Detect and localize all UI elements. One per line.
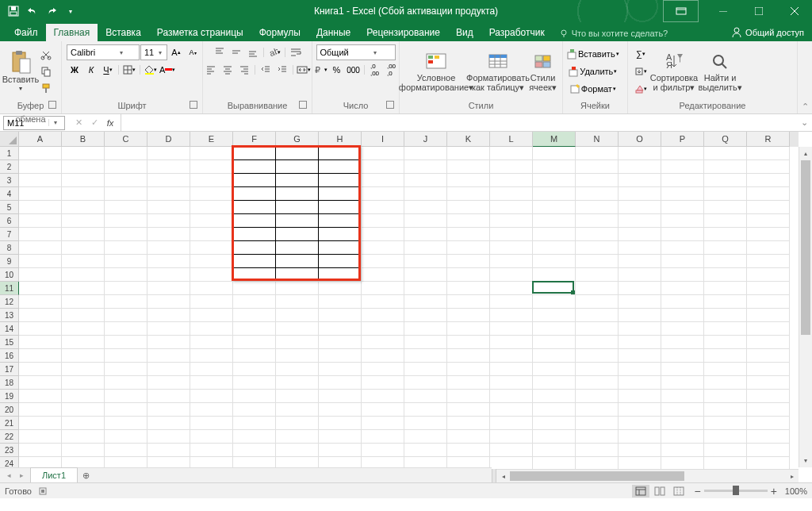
cell[interactable] bbox=[62, 376, 105, 390]
cell[interactable] bbox=[190, 430, 233, 444]
cell[interactable] bbox=[62, 403, 105, 417]
italic-icon[interactable]: К bbox=[83, 62, 99, 78]
cell[interactable] bbox=[576, 187, 619, 201]
cell[interactable] bbox=[62, 430, 105, 444]
cell[interactable] bbox=[276, 363, 319, 376]
row-header[interactable]: 20 bbox=[0, 403, 19, 417]
cell[interactable] bbox=[19, 201, 62, 214]
cell[interactable] bbox=[319, 417, 362, 430]
cell[interactable] bbox=[62, 174, 105, 187]
cell-styles-button[interactable]: Стилиячеек▾ bbox=[527, 49, 559, 94]
align-top-icon[interactable] bbox=[212, 44, 228, 60]
cell[interactable] bbox=[490, 160, 533, 174]
cell[interactable] bbox=[661, 228, 704, 241]
alignment-launcher[interactable] bbox=[299, 101, 307, 109]
cell[interactable] bbox=[19, 282, 62, 295]
cell[interactable] bbox=[19, 268, 62, 282]
cell[interactable] bbox=[576, 282, 619, 295]
cell[interactable] bbox=[233, 282, 276, 295]
cell[interactable] bbox=[404, 376, 447, 390]
cell[interactable] bbox=[276, 160, 319, 174]
cell[interactable] bbox=[276, 430, 319, 444]
cell[interactable] bbox=[619, 430, 661, 444]
cell[interactable] bbox=[19, 322, 62, 336]
cell[interactable] bbox=[704, 417, 747, 430]
cell[interactable] bbox=[362, 430, 404, 444]
cell[interactable] bbox=[533, 444, 576, 457]
cell[interactable] bbox=[233, 228, 276, 241]
cell[interactable] bbox=[447, 309, 490, 322]
cell[interactable] bbox=[147, 268, 190, 282]
cell[interactable] bbox=[576, 363, 619, 376]
column-header[interactable]: O bbox=[619, 132, 661, 147]
cell[interactable] bbox=[490, 444, 533, 457]
cell[interactable] bbox=[404, 444, 447, 457]
column-header[interactable]: B bbox=[62, 132, 105, 147]
scroll-up-icon[interactable]: ▴ bbox=[799, 147, 812, 160]
paste-button[interactable]: Вставить▾ bbox=[3, 48, 38, 95]
cell[interactable] bbox=[105, 417, 147, 430]
cell[interactable] bbox=[404, 241, 447, 255]
underline-icon[interactable]: Ч▾ bbox=[100, 62, 116, 78]
cell[interactable] bbox=[147, 147, 190, 160]
decrease-decimal-icon[interactable]: ,00,0 bbox=[384, 62, 400, 78]
cell[interactable] bbox=[404, 201, 447, 214]
row-header[interactable]: 1 bbox=[0, 147, 19, 160]
percent-icon[interactable]: % bbox=[329, 62, 345, 78]
cell[interactable] bbox=[19, 403, 62, 417]
cell[interactable] bbox=[661, 403, 704, 417]
cell[interactable] bbox=[362, 295, 404, 309]
horizontal-scrollbar[interactable]: ◂ ▸ bbox=[496, 469, 799, 482]
cell[interactable] bbox=[276, 336, 319, 349]
cell[interactable] bbox=[576, 376, 619, 390]
cell[interactable] bbox=[447, 282, 490, 295]
cell[interactable] bbox=[147, 390, 190, 403]
cell[interactable] bbox=[533, 390, 576, 403]
cell[interactable] bbox=[190, 295, 233, 309]
cell[interactable] bbox=[747, 255, 790, 268]
cell[interactable] bbox=[747, 282, 790, 295]
autosum-icon[interactable]: ∑▾ bbox=[631, 46, 650, 62]
enter-formula-icon[interactable]: ✓ bbox=[87, 116, 102, 130]
cell[interactable] bbox=[105, 255, 147, 268]
cell[interactable] bbox=[704, 174, 747, 187]
cell[interactable] bbox=[62, 241, 105, 255]
cell[interactable] bbox=[233, 214, 276, 228]
cell[interactable] bbox=[362, 322, 404, 336]
cell[interactable] bbox=[190, 282, 233, 295]
cell[interactable] bbox=[404, 295, 447, 309]
font-name-combo[interactable]: Calibri▾ bbox=[67, 44, 140, 60]
cell[interactable] bbox=[576, 241, 619, 255]
cell[interactable] bbox=[276, 282, 319, 295]
cell[interactable] bbox=[490, 214, 533, 228]
number-format-combo[interactable]: Общий▾ bbox=[316, 44, 396, 60]
cell[interactable] bbox=[19, 147, 62, 160]
cell[interactable] bbox=[147, 403, 190, 417]
sheet-nav-next[interactable]: ▸ bbox=[16, 469, 27, 482]
cell[interactable] bbox=[661, 417, 704, 430]
cell[interactable] bbox=[233, 147, 276, 160]
cell[interactable] bbox=[576, 322, 619, 336]
cell[interactable] bbox=[19, 444, 62, 457]
align-center-icon[interactable] bbox=[220, 62, 236, 78]
cell[interactable] bbox=[404, 160, 447, 174]
cell[interactable] bbox=[276, 444, 319, 457]
cell[interactable] bbox=[619, 282, 661, 295]
cell[interactable] bbox=[105, 336, 147, 349]
column-header[interactable]: C bbox=[105, 132, 147, 147]
cell[interactable] bbox=[233, 417, 276, 430]
collapse-ribbon-icon[interactable]: ⌃ bbox=[802, 102, 809, 112]
normal-view-icon[interactable] bbox=[632, 485, 649, 498]
cell[interactable] bbox=[276, 309, 319, 322]
ribbon-display-options[interactable] bbox=[663, 0, 699, 22]
cell[interactable] bbox=[190, 174, 233, 187]
macro-record-icon[interactable] bbox=[38, 486, 48, 496]
cell[interactable] bbox=[362, 309, 404, 322]
zoom-level[interactable]: 100% bbox=[785, 486, 807, 496]
cell[interactable] bbox=[19, 255, 62, 268]
cell[interactable] bbox=[490, 309, 533, 322]
minimize-button[interactable] bbox=[705, 0, 741, 22]
cell[interactable] bbox=[190, 444, 233, 457]
clear-icon[interactable]: ▾ bbox=[631, 81, 650, 97]
tell-me-search[interactable]: Что вы хотите сделать? bbox=[553, 25, 675, 41]
